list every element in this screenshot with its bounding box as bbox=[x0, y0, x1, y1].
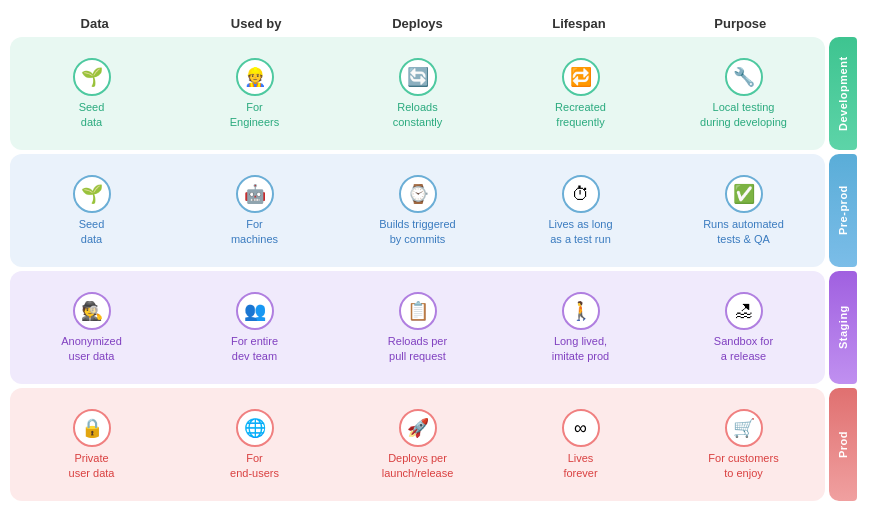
side-label-prod: Prod bbox=[829, 388, 857, 501]
cell-label-staging-4: Sandbox for a release bbox=[714, 334, 773, 363]
side-labels: DevelopmentPre-prodStagingProd bbox=[829, 37, 861, 501]
cell-dev-0: 🌱Seed data bbox=[10, 37, 173, 150]
cell-label-prod-3: Lives forever bbox=[563, 451, 597, 480]
cell-label-prod-0: Private user data bbox=[69, 451, 115, 480]
cell-prod-0: 🔒Private user data bbox=[10, 388, 173, 501]
side-label-wrapper-staging: Staging bbox=[829, 271, 861, 384]
column-header-used-by: Used by bbox=[175, 16, 336, 31]
cell-icon-dev-3: 🔁 bbox=[562, 58, 600, 96]
cell-icon-test-3: ⏱ bbox=[562, 175, 600, 213]
column-header-purpose: Purpose bbox=[660, 16, 821, 31]
cell-test-1: 🤖For machines bbox=[173, 154, 336, 267]
cell-prod-2: 🚀Deploys per launch/release bbox=[336, 388, 499, 501]
cell-label-dev-0: Seed data bbox=[79, 100, 105, 129]
cell-prod-1: 🌐For end-users bbox=[173, 388, 336, 501]
cell-label-dev-1: For Engineers bbox=[230, 100, 280, 129]
grid-area: 🌱Seed data👷For Engineers🔄Reloads constan… bbox=[10, 37, 825, 501]
cell-label-dev-4: Local testing during developing bbox=[700, 100, 787, 129]
cell-label-staging-3: Long lived, imitate prod bbox=[552, 334, 609, 363]
row-prod: 🔒Private user data🌐For end-users🚀Deploys… bbox=[10, 388, 825, 501]
cell-icon-prod-4: 🛒 bbox=[725, 409, 763, 447]
cell-staging-4: 🏖Sandbox for a release bbox=[662, 271, 825, 384]
cell-label-prod-1: For end-users bbox=[230, 451, 279, 480]
cell-icon-dev-1: 👷 bbox=[236, 58, 274, 96]
cell-icon-test-0: 🌱 bbox=[73, 175, 111, 213]
side-label-dev: Development bbox=[829, 37, 857, 150]
cell-icon-staging-0: 🕵 bbox=[73, 292, 111, 330]
cell-test-0: 🌱Seed data bbox=[10, 154, 173, 267]
cell-staging-3: 🚶Long lived, imitate prod bbox=[499, 271, 662, 384]
cell-prod-4: 🛒For customers to enjoy bbox=[662, 388, 825, 501]
cell-icon-staging-2: 📋 bbox=[399, 292, 437, 330]
cell-icon-staging-3: 🚶 bbox=[562, 292, 600, 330]
cell-label-staging-2: Reloads per pull request bbox=[388, 334, 447, 363]
cell-test-3: ⏱Lives as long as a test run bbox=[499, 154, 662, 267]
cell-icon-dev-0: 🌱 bbox=[73, 58, 111, 96]
cell-staging-0: 🕵Anonymized user data bbox=[10, 271, 173, 384]
cell-icon-test-1: 🤖 bbox=[236, 175, 274, 213]
main-content: 🌱Seed data👷For Engineers🔄Reloads constan… bbox=[10, 37, 861, 501]
side-label-test: Pre-prod bbox=[829, 154, 857, 267]
cell-prod-3: ∞Lives forever bbox=[499, 388, 662, 501]
cell-dev-1: 👷For Engineers bbox=[173, 37, 336, 150]
header-and-grid: DataUsed byDeploysLifespanPurpose 🌱Seed … bbox=[10, 16, 861, 501]
row-test: 🌱Seed data🤖For machines⌚Builds triggered… bbox=[10, 154, 825, 267]
column-headers: DataUsed byDeploysLifespanPurpose bbox=[14, 16, 821, 37]
cell-dev-3: 🔁Recreated frequently bbox=[499, 37, 662, 150]
side-label-staging: Staging bbox=[829, 271, 857, 384]
cell-icon-test-4: ✅ bbox=[725, 175, 763, 213]
side-label-wrapper-dev: Development bbox=[829, 37, 861, 150]
cell-icon-staging-1: 👥 bbox=[236, 292, 274, 330]
cell-test-4: ✅Runs automated tests & QA bbox=[662, 154, 825, 267]
cell-label-test-4: Runs automated tests & QA bbox=[703, 217, 784, 246]
cell-label-test-3: Lives as long as a test run bbox=[548, 217, 612, 246]
cell-test-2: ⌚Builds triggered by commits bbox=[336, 154, 499, 267]
cell-icon-staging-4: 🏖 bbox=[725, 292, 763, 330]
side-label-wrapper-prod: Prod bbox=[829, 388, 861, 501]
cell-dev-4: 🔧Local testing during developing bbox=[662, 37, 825, 150]
cell-label-test-0: Seed data bbox=[79, 217, 105, 246]
column-header-lifespan: Lifespan bbox=[498, 16, 659, 31]
cell-label-staging-1: For entire dev team bbox=[231, 334, 278, 363]
cell-icon-dev-2: 🔄 bbox=[399, 58, 437, 96]
cell-icon-prod-3: ∞ bbox=[562, 409, 600, 447]
cell-dev-2: 🔄Reloads constantly bbox=[336, 37, 499, 150]
cell-icon-prod-2: 🚀 bbox=[399, 409, 437, 447]
cell-icon-prod-1: 🌐 bbox=[236, 409, 274, 447]
column-header-data: Data bbox=[14, 16, 175, 31]
cell-icon-dev-4: 🔧 bbox=[725, 58, 763, 96]
column-header-deploys: Deploys bbox=[337, 16, 498, 31]
cell-label-test-1: For machines bbox=[231, 217, 278, 246]
cell-label-dev-2: Reloads constantly bbox=[393, 100, 443, 129]
cell-label-prod-2: Deploys per launch/release bbox=[382, 451, 454, 480]
cell-icon-prod-0: 🔒 bbox=[73, 409, 111, 447]
side-label-wrapper-test: Pre-prod bbox=[829, 154, 861, 267]
cell-label-test-2: Builds triggered by commits bbox=[379, 217, 455, 246]
cell-staging-2: 📋Reloads per pull request bbox=[336, 271, 499, 384]
cell-icon-test-2: ⌚ bbox=[399, 175, 437, 213]
cell-label-prod-4: For customers to enjoy bbox=[708, 451, 778, 480]
row-staging: 🕵Anonymized user data👥For entire dev tea… bbox=[10, 271, 825, 384]
cell-label-staging-0: Anonymized user data bbox=[61, 334, 122, 363]
row-dev: 🌱Seed data👷For Engineers🔄Reloads constan… bbox=[10, 37, 825, 150]
cell-staging-1: 👥For entire dev team bbox=[173, 271, 336, 384]
cell-label-dev-3: Recreated frequently bbox=[555, 100, 606, 129]
